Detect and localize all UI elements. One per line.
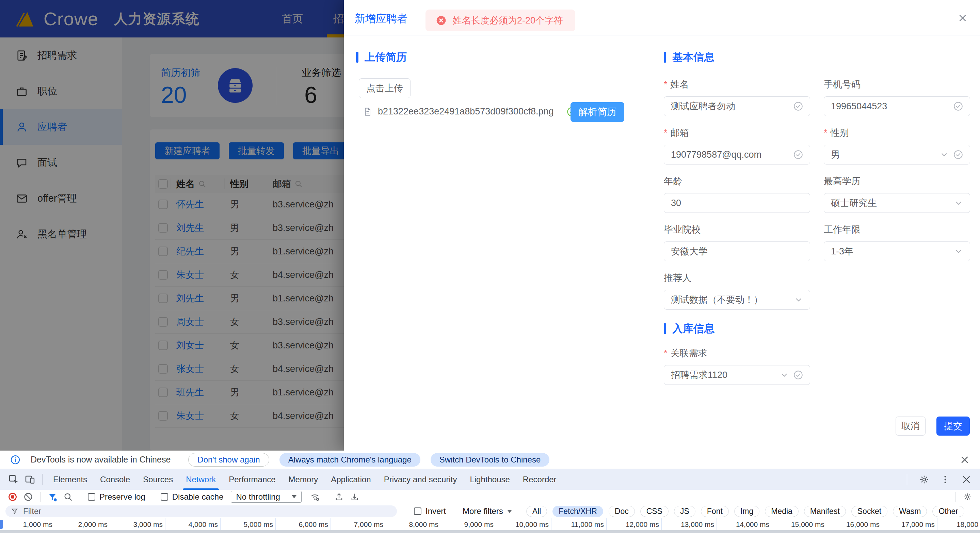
chevron-down-icon[interactable]	[954, 199, 963, 207]
close-icon[interactable]	[959, 455, 970, 465]
section-title-storage: 入库信息	[664, 321, 714, 336]
required-asterisk: *	[664, 79, 668, 90]
import-har-icon[interactable]	[334, 492, 344, 502]
filter-chip[interactable]: Manifest	[804, 506, 846, 517]
divider	[42, 474, 43, 485]
field-input[interactable]: 19965044523	[824, 96, 970, 116]
export-har-icon[interactable]	[350, 492, 360, 502]
field-label-row: * 姓名	[664, 80, 810, 89]
filter-icon[interactable]	[48, 492, 57, 502]
preserve-log-checkbox[interactable]	[88, 493, 95, 501]
filter-chip[interactable]: All	[526, 506, 547, 517]
field-value: 测试数据（不要动！）	[671, 294, 763, 306]
screen: Crowe 人力资源系统 首页 招聘 招聘需求 职位 应聘者	[0, 0, 980, 533]
network-conditions-icon[interactable]	[310, 492, 320, 502]
network-timeline-ruler: 1,000 ms 2,000 ms 3,000 ms 4,000 ms 5,00…	[0, 519, 980, 530]
gear-icon[interactable]	[963, 492, 972, 502]
tick-label: 13,000 ms	[681, 520, 714, 528]
filter-chip[interactable]: Socket	[851, 506, 888, 517]
disable-cache-label[interactable]: Disable cache	[172, 492, 224, 502]
close-icon[interactable]	[961, 474, 972, 485]
device-toolbar-icon[interactable]	[24, 474, 35, 485]
devtools-tab[interactable]: Lighthouse	[463, 469, 516, 490]
field-input[interactable]: 1-3年	[824, 241, 970, 261]
switch-chinese-button[interactable]: Switch DevTools to Chinese	[431, 453, 549, 467]
field-label: 邮箱	[671, 127, 689, 139]
chevron-down-icon[interactable]	[940, 150, 949, 159]
timeline-tick: 13,000 ms	[662, 519, 717, 530]
clear-icon[interactable]	[24, 492, 33, 502]
invert-checkbox[interactable]	[414, 507, 422, 515]
filter-chip[interactable]: Img	[734, 506, 759, 517]
parse-resume-button[interactable]: 解析简历	[571, 102, 624, 122]
filter-chip[interactable]: Other	[932, 506, 964, 517]
match-language-button[interactable]: Always match Chrome's language	[280, 453, 420, 467]
more-filters-button[interactable]: More filters	[463, 506, 512, 516]
field-input[interactable]: 30	[664, 193, 810, 213]
upload-button[interactable]: 点击上传	[359, 78, 410, 98]
devtools-tab[interactable]: Application	[325, 469, 377, 490]
filter-chip[interactable]: Font	[701, 506, 729, 517]
field-input[interactable]: 测试数据（不要动！）	[664, 290, 810, 310]
devtools-tab[interactable]: Sources	[137, 469, 180, 490]
filter-chip[interactable]: Doc	[609, 506, 635, 517]
tab-label: Console	[100, 475, 130, 484]
chevron-down-icon[interactable]	[794, 295, 803, 304]
search-icon[interactable]	[63, 492, 73, 502]
form-field: * 关联需求 招聘需求1120	[664, 348, 810, 385]
timeline-tick: 4,000 ms	[165, 519, 221, 530]
devtools-tab[interactable]: Console	[94, 469, 137, 490]
tick-label: 14,000 ms	[736, 520, 769, 528]
timeline-tick: 5,000 ms	[221, 519, 276, 530]
field-label-row: 手机号码	[824, 80, 970, 89]
uploaded-file-item[interactable]: b21322ee323e2491a8b573d09f300cf8.png	[363, 106, 577, 117]
chip-label: Doc	[615, 507, 629, 516]
field-label-row: 年龄	[664, 176, 810, 186]
devtools-tab[interactable]: Privacy and security	[377, 469, 464, 490]
input-suffix	[794, 295, 803, 304]
gear-icon[interactable]	[919, 474, 930, 485]
submit-button[interactable]: 提交	[936, 417, 970, 436]
filter-chip[interactable]: Fetch/XHR	[552, 506, 603, 517]
devtools-tab[interactable]: Recorder	[516, 469, 563, 490]
field-label: 手机号码	[824, 78, 861, 91]
field-input[interactable]: 安徽大学	[664, 241, 810, 261]
inspect-icon[interactable]	[8, 474, 19, 485]
tick-label: 15,000 ms	[791, 520, 824, 528]
field-input[interactable]: 招聘需求1120	[664, 365, 810, 385]
tab-label: Lighthouse	[470, 475, 509, 484]
record-icon[interactable]	[8, 492, 18, 502]
dont-show-again-button[interactable]: Don't show again	[188, 453, 269, 467]
invert-filter[interactable]: Invert	[410, 506, 446, 516]
preserve-log-label[interactable]: Preserve log	[99, 492, 145, 502]
chip-label: Img	[740, 507, 753, 516]
devtools-tab[interactable]: Memory	[282, 469, 325, 490]
chevron-down-icon[interactable]	[954, 247, 963, 256]
disable-cache-checkbox[interactable]	[161, 493, 168, 501]
chip-label: Font	[707, 507, 723, 516]
info-icon	[10, 455, 21, 465]
field-input[interactable]: 男	[824, 145, 970, 164]
timeline-tick: 16,000 ms	[827, 519, 882, 530]
field-value: 30	[671, 198, 681, 208]
timeline-tick: 15,000 ms	[772, 519, 827, 530]
devtools-tab[interactable]: Elements	[47, 469, 94, 490]
devtools-tab[interactable]: Performance	[222, 469, 282, 490]
field-input[interactable]: 硕士研究生	[824, 193, 970, 213]
throttling-select[interactable]: No throttling	[231, 491, 301, 503]
input-suffix	[940, 150, 963, 160]
cancel-button[interactable]: 取消	[896, 417, 926, 436]
filter-chip[interactable]: Media	[765, 506, 799, 517]
chevron-down-icon[interactable]	[780, 370, 789, 380]
devtools-tab[interactable]: Network	[180, 469, 222, 490]
field-input[interactable]: 测试应聘者勿动	[664, 96, 810, 116]
close-icon[interactable]	[957, 12, 969, 24]
devtools-panel: DevTools is now available in Chinese Don…	[0, 451, 980, 533]
kebab-menu-icon[interactable]	[940, 474, 951, 485]
filter-chip[interactable]: JS	[674, 506, 695, 517]
field-input[interactable]: 1907798587@qq.com	[664, 145, 810, 164]
filter-placeholder: Filter	[23, 506, 41, 516]
filter-chip[interactable]: CSS	[640, 506, 668, 517]
filter-input[interactable]: Filter	[5, 506, 397, 517]
filter-chip[interactable]: Wasm	[893, 506, 927, 517]
